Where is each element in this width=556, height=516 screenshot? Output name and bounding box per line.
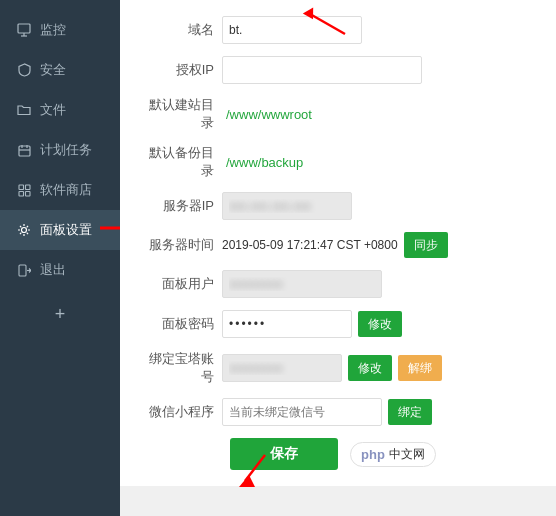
panel-password-label: 面板密码 xyxy=(140,315,222,333)
server-ip-input[interactable] xyxy=(222,192,352,220)
monitor-icon xyxy=(16,22,32,38)
default-backup-label: 默认备份目录 xyxy=(140,144,222,180)
sidebar-item-monitor[interactable]: 监控 xyxy=(0,10,120,50)
sidebar-item-panel-settings[interactable]: 面板设置 xyxy=(0,210,120,250)
panel-password-row: 面板密码 修改 xyxy=(140,310,536,338)
server-time-label: 服务器时间 xyxy=(140,236,222,254)
bind-account-label: 绑定宝塔账号 xyxy=(140,350,222,386)
sidebar: 监控 安全 文件 xyxy=(0,0,120,516)
wechat-row: 微信小程序 绑定 xyxy=(140,398,536,426)
default-backup-row: 默认备份目录 /www/backup xyxy=(140,144,536,180)
domain-row: 域名 xyxy=(140,16,536,44)
svg-rect-0 xyxy=(18,24,30,33)
wechat-input[interactable] xyxy=(222,398,382,426)
default-backup-value: /www/backup xyxy=(222,155,536,170)
sidebar-item-tasks[interactable]: 计划任务 xyxy=(0,130,120,170)
sidebar-item-label: 面板设置 xyxy=(40,221,92,239)
svg-rect-10 xyxy=(25,191,30,196)
sidebar-item-logout[interactable]: 退出 xyxy=(0,250,120,290)
php-text: php xyxy=(361,447,385,462)
sidebar-item-label: 安全 xyxy=(40,61,66,79)
calendar-icon xyxy=(16,142,32,158)
domain-input[interactable] xyxy=(222,16,362,44)
php-badge: php 中文网 xyxy=(350,442,436,467)
svg-point-11 xyxy=(22,228,27,233)
panel-user-row: 面板用户 xyxy=(140,270,536,298)
svg-rect-9 xyxy=(19,191,24,196)
apps-icon xyxy=(16,182,32,198)
sidebar-item-files[interactable]: 文件 xyxy=(0,90,120,130)
authorized-ip-row: 授权IP xyxy=(140,56,536,84)
svg-rect-8 xyxy=(25,185,30,190)
sidebar-item-label: 监控 xyxy=(40,21,66,39)
save-row: 保存 php 中文网 xyxy=(140,438,536,470)
svg-rect-12 xyxy=(19,265,26,276)
panel-password-input[interactable] xyxy=(222,310,352,338)
folder-icon xyxy=(16,102,32,118)
server-ip-label: 服务器IP xyxy=(140,197,222,215)
default-site-value: /www/wwwroot xyxy=(222,107,536,122)
sidebar-add-button[interactable]: + xyxy=(0,294,120,335)
authorized-ip-input[interactable] xyxy=(222,56,422,84)
svg-rect-3 xyxy=(19,146,30,156)
panel-user-input[interactable] xyxy=(222,270,382,298)
server-time-value: 2019-05-09 17:21:47 CST +0800 xyxy=(222,238,398,252)
bind-account-input[interactable] xyxy=(222,354,342,382)
save-button[interactable]: 保存 xyxy=(230,438,338,470)
authorized-ip-label: 授权IP xyxy=(140,61,222,79)
modify-password-button[interactable]: 修改 xyxy=(358,311,402,337)
sidebar-item-label: 文件 xyxy=(40,101,66,119)
cn-text: 中文网 xyxy=(389,446,425,463)
default-site-label: 默认建站目录 xyxy=(140,96,222,132)
server-time-row: 服务器时间 2019-05-09 17:21:47 CST +0800 同步 xyxy=(140,232,536,258)
panel-user-label: 面板用户 xyxy=(140,275,222,293)
server-ip-row: 服务器IP xyxy=(140,192,536,220)
unbind-account-button[interactable]: 解绑 xyxy=(398,355,442,381)
domain-label: 域名 xyxy=(140,21,222,39)
main-content: 域名 授权IP 默认建站目录 /www/wwwroot 默认备份目录 /www/… xyxy=(120,0,556,516)
sidebar-item-label: 软件商店 xyxy=(40,181,92,199)
modify-account-button[interactable]: 修改 xyxy=(348,355,392,381)
sidebar-item-label: 计划任务 xyxy=(40,141,92,159)
sidebar-item-store[interactable]: 软件商店 xyxy=(0,170,120,210)
svg-rect-7 xyxy=(19,185,24,190)
gear-icon xyxy=(16,222,32,238)
default-site-row: 默认建站目录 /www/wwwroot xyxy=(140,96,536,132)
sidebar-item-security[interactable]: 安全 xyxy=(0,50,120,90)
sidebar-item-label: 退出 xyxy=(40,261,66,279)
exit-icon xyxy=(16,262,32,278)
sync-button[interactable]: 同步 xyxy=(404,232,448,258)
bind-wechat-button[interactable]: 绑定 xyxy=(388,399,432,425)
bind-account-row: 绑定宝塔账号 修改 解绑 xyxy=(140,350,536,386)
shield-icon xyxy=(16,62,32,78)
wechat-label: 微信小程序 xyxy=(140,403,222,421)
